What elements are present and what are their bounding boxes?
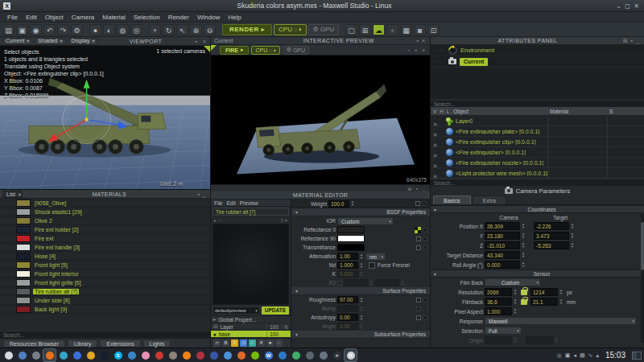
close-dock-icon[interactable]: × (201, 39, 208, 44)
network-tray-icon[interactable]: ∿ (588, 352, 593, 359)
material-row[interactable]: ◦ ◦ Fire ext holder [2] (0, 225, 210, 234)
shade-window-button[interactable]: ⌄ (614, 2, 623, 10)
preview-window-icons[interactable]: − ▪ × (407, 47, 427, 53)
k-field[interactable]: 0.000 (337, 270, 358, 278)
grid-icon[interactable]: ⊞ (621, 38, 630, 44)
lock-material-icon[interactable]: ◦ (8, 200, 14, 205)
target-value-field[interactable]: -5.263 (534, 241, 569, 249)
film-back-dropdown[interactable]: Custom (485, 278, 541, 286)
bsdf-section-header[interactable]: BSDF Properties (291, 208, 430, 216)
float-dock-icon[interactable]: _ (201, 191, 208, 197)
camera-value-field[interactable]: 0.000 (485, 261, 520, 269)
hide-material-icon[interactable]: ◦ (0, 236, 6, 241)
appstore-icon[interactable] (276, 349, 288, 361)
menu-item[interactable]: Selection (130, 14, 164, 21)
bsdf-chip[interactable]: B (222, 339, 229, 347)
object-row[interactable]: ◦ ◉ <Fire extinguisher plate> [0.0.0.1] (431, 126, 644, 137)
subsurface-section-header[interactable]: Subsurface Properties (291, 331, 430, 339)
lock-material-icon[interactable]: ◦ (8, 271, 14, 276)
display-settings-icon[interactable] (16, 349, 28, 361)
update-preview-button[interactable]: UPDATE (262, 306, 289, 315)
rotate-tool-icon[interactable]: ↻ (163, 24, 175, 35)
hide-material-icon[interactable]: ◦ (0, 262, 6, 267)
tree-base-row[interactable]: ●base 100 (211, 331, 291, 338)
scene-search-input[interactable] (431, 101, 644, 107)
material-row[interactable]: ◦ ◦ Fire ext (0, 234, 210, 243)
texture-node-icon[interactable] (423, 298, 427, 302)
camera-value-field[interactable]: 43.340 (485, 251, 520, 259)
material-editor-menu-item[interactable]: Preview (240, 200, 258, 206)
frame-icon[interactable]: ▫ (386, 24, 398, 35)
virtual-desktop-pager[interactable] (632, 352, 642, 360)
force-fresnel-checkbox[interactable]: Force Fresnel (369, 262, 410, 269)
firefox-icon[interactable] (43, 349, 56, 361)
materials-search-input[interactable] (0, 331, 210, 338)
folder-icon[interactable]: ▱ (213, 339, 221, 347)
preview-scene-dropdown[interactable]: defaultpreview (213, 306, 260, 315)
emitter-chip[interactable]: F (231, 339, 238, 347)
resolution-y-field[interactable]: 1214 (530, 288, 558, 296)
hide-material-icon[interactable]: ◦ (0, 306, 6, 311)
volume-tray-icon[interactable]: ◂ (573, 352, 576, 359)
tab-extra[interactable]: Extra (473, 195, 506, 204)
filmback-x-field[interactable]: 36.6 (485, 298, 512, 306)
fit-view-icon[interactable]: ⊡ (427, 24, 440, 35)
terminal-icon[interactable]: > (331, 349, 343, 361)
globe-app-icon[interactable] (126, 349, 138, 361)
resolve-icon[interactable] (194, 349, 206, 361)
attenuation-field[interactable]: 1.00 (337, 253, 358, 260)
bottom-tab[interactable]: Library (68, 339, 97, 348)
skype-icon[interactable]: S (112, 349, 124, 361)
menu-item[interactable]: Edit (22, 14, 41, 21)
material-preview-sphere[interactable] (213, 224, 289, 305)
object-row[interactable]: ◦ ◉ Layer0 (431, 116, 644, 126)
object-row[interactable]: ◦ ◉ <Fire extinguisher clip> [0.0.0.1] (431, 137, 644, 147)
spinner-icon[interactable] (522, 223, 526, 230)
visibility-icon[interactable]: ◦ ◉ (433, 168, 444, 179)
response-dropdown[interactable]: Maxwell (485, 317, 637, 325)
material-row[interactable]: ◦ ◦ Back light [9] (0, 305, 210, 314)
attenuation-unit-dropdown[interactable]: nm (365, 253, 386, 261)
lock-material-icon[interactable]: ◦ (8, 289, 14, 294)
texture-node-icon[interactable] (422, 201, 427, 206)
camera-value-field[interactable]: 23.180 (485, 232, 520, 240)
cpu-toggle[interactable]: CPU◌◑ (274, 24, 306, 35)
undo-icon[interactable]: ↶ (43, 24, 56, 35)
material-row[interactable]: ◦ ◦ Olive 2 (0, 216, 210, 225)
menu-item[interactable]: Material (98, 14, 129, 21)
filmback-y-field[interactable]: 21.1 (530, 298, 558, 306)
document-app-icon[interactable] (221, 349, 233, 361)
render-button[interactable]: RENDER ▸ (222, 24, 272, 35)
aspect-lock-icon[interactable] (521, 290, 527, 295)
interactive-preview-canvas[interactable]: 640x375 (211, 56, 430, 184)
nd-field[interactable]: 1.000 (337, 261, 358, 269)
kdenlive-icon[interactable] (235, 349, 247, 361)
maximize-button[interactable]: ◻ (623, 2, 632, 10)
lock-material-icon[interactable]: ◦ (8, 253, 14, 258)
hide-material-icon[interactable]: ◦ (0, 289, 6, 294)
display-tray-icon[interactable]: ▤ (580, 352, 585, 359)
bottom-tab[interactable]: Extensions (100, 339, 140, 348)
barcode-app-icon[interactable] (208, 349, 220, 361)
shaded-mode-icon[interactable]: ● (89, 24, 101, 35)
zoom-in-icon[interactable]: ⊕ (190, 24, 202, 35)
bottom-tab[interactable]: Resources Browser (3, 339, 65, 348)
hide-material-icon[interactable]: ◦ (0, 245, 6, 249)
spinner-icon[interactable] (351, 200, 355, 208)
hide-material-icon[interactable]: ◦ (0, 271, 6, 276)
lock-material-icon[interactable]: ◦ (8, 298, 14, 302)
material-row[interactable]: ◦ ◦ [9058_Olive] (0, 199, 210, 208)
tree-global-properties[interactable]: ▸Global Propert... (211, 316, 291, 323)
tray-expander-icon[interactable]: ▴ (596, 352, 599, 359)
krita-icon[interactable] (153, 349, 165, 361)
delete-icon[interactable]: ✕ (258, 339, 265, 347)
screenshot-tray-icon[interactable]: ◎ (557, 352, 562, 359)
visibility-icon[interactable]: ◦ ◉ (433, 147, 444, 158)
texture-node-icon[interactable] (423, 237, 427, 241)
float-dock-icon[interactable]: _ (634, 38, 641, 43)
media-app-icon[interactable] (139, 349, 151, 361)
redo-icon[interactable]: ↷ (57, 24, 69, 35)
coating-chip[interactable]: C (249, 339, 256, 347)
material-row[interactable]: ◦ ◦ Front light [5] (0, 261, 210, 269)
edited-material-row[interactable]: Tire rubber alt [7] (213, 208, 289, 216)
